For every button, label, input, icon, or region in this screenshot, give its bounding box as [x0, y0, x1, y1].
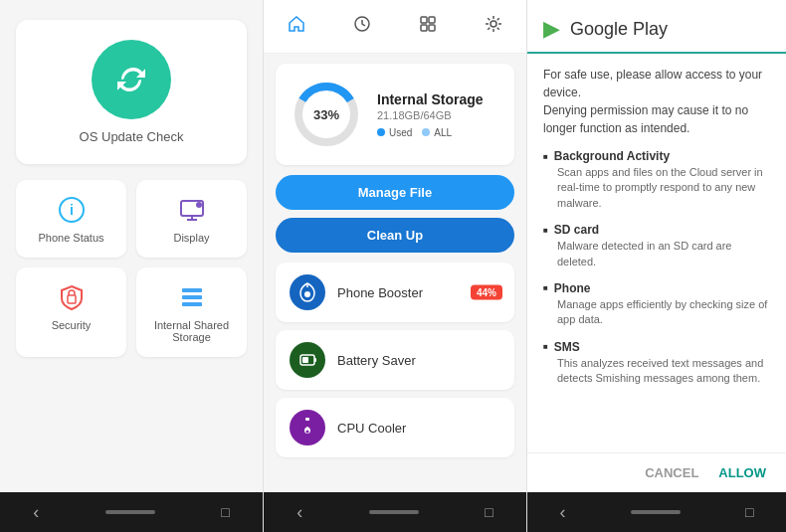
phone-status-icon: i [56, 194, 88, 226]
svg-point-23 [306, 431, 309, 434]
feature-battery-saver[interactable]: Battery Saver [276, 330, 514, 390]
svg-rect-21 [314, 358, 316, 362]
storage-donut: 33% [292, 80, 361, 149]
panel1-content: OS Update Check i Phone Status Display S… [0, 0, 263, 492]
svg-rect-13 [421, 25, 427, 31]
nav-bar-2: ‹ □ [264, 492, 526, 532]
svg-rect-7 [182, 288, 202, 292]
phone-booster-label: Phone Booster [337, 285, 423, 300]
feature-cpu-cooler[interactable]: CPU Cooler [276, 398, 514, 457]
svg-rect-22 [302, 357, 308, 363]
display-icon [176, 194, 208, 226]
os-update-icon-circle [92, 40, 171, 119]
os-update-label: OS Update Check [80, 129, 184, 144]
legend-used: Used [377, 127, 412, 138]
phone-status-label: Phone Status [38, 232, 103, 244]
storage-percent: 33% [313, 107, 339, 122]
recent-button-1[interactable]: □ [221, 504, 229, 520]
top-nav [264, 0, 526, 54]
battery-saver-icon [290, 342, 325, 378]
recent-button-3[interactable]: □ [745, 504, 753, 520]
perm-background-title: Background Activity [543, 149, 770, 163]
perm-sdcard-title: SD card [543, 223, 770, 237]
svg-point-15 [491, 21, 496, 27]
svg-rect-8 [182, 295, 202, 299]
battery-saver-label: Battery Saver [337, 353, 416, 368]
gplay-description: For safe use, please allow access to you… [527, 54, 786, 149]
panel-storage: 33% Internal Storage 21.18GB/64GB Used A… [264, 0, 527, 532]
google-play-logo: ▶ [543, 16, 560, 42]
cancel-button[interactable]: CANCEL [645, 465, 698, 480]
security-icon [56, 281, 88, 313]
nav-home-icon[interactable] [279, 10, 314, 43]
back-button-3[interactable]: ‹ [560, 502, 566, 523]
nav-settings-icon[interactable] [476, 10, 511, 43]
grid-item-security[interactable]: Security [16, 267, 126, 357]
grid-item-display[interactable]: Display [136, 180, 247, 258]
recent-button-2[interactable]: □ [485, 504, 492, 520]
nav-bar-1: ‹ □ [0, 492, 263, 532]
cpu-cooler-icon [290, 410, 325, 445]
storage-size: 21.18GB/64GB [377, 109, 484, 121]
nav-bar-3: ‹ □ [527, 492, 786, 532]
svg-rect-9 [182, 302, 202, 306]
perm-sms-desc: This analyzes received text messages and… [543, 356, 770, 387]
perm-phone: Phone Manage apps efficiently by checkin… [543, 281, 770, 328]
phone-booster-badge: 44% [471, 285, 502, 300]
manage-file-button[interactable]: Manage File [276, 175, 514, 210]
home-indicator-2[interactable] [369, 510, 419, 514]
grid-item-phone-status[interactable]: i Phone Status [16, 180, 126, 258]
storage-card: 33% Internal Storage 21.18GB/64GB Used A… [276, 64, 514, 165]
security-label: Security [52, 319, 92, 331]
storage-title: Internal Storage [377, 91, 484, 107]
perm-sms-title: SMS [543, 340, 770, 354]
perm-sd-card: SD card Malware detected in an SD card a… [543, 223, 770, 269]
svg-point-5 [196, 202, 202, 208]
storage-info: Internal Storage 21.18GB/64GB Used ALL [377, 91, 484, 138]
perm-sms: SMS This analyzes received text messages… [543, 340, 770, 387]
panel-os-update: OS Update Check i Phone Status Display S… [0, 0, 264, 532]
internal-storage-label: Internal Shared Storage [146, 319, 237, 343]
feature-phone-booster[interactable]: Phone Booster 44% [276, 263, 514, 322]
back-button-1[interactable]: ‹ [33, 502, 39, 523]
panel-google-play: ▶ Google Play For safe use, please allow… [527, 0, 786, 532]
legend-all: ALL [422, 127, 452, 138]
perm-phone-desc: Manage apps efficiently by checking size… [543, 297, 770, 328]
perm-background-activity: Background Activity Scan apps and files … [543, 149, 770, 211]
display-label: Display [173, 232, 209, 244]
phone-booster-icon [290, 274, 325, 310]
feature-list: Phone Booster 44% Battery Saver [264, 263, 526, 492]
svg-point-18 [304, 291, 310, 297]
svg-rect-24 [305, 418, 309, 421]
feature-grid: i Phone Status Display Security [16, 180, 247, 357]
perm-phone-title: Phone [543, 281, 770, 295]
legend-all-dot [422, 128, 430, 136]
nav-history-icon[interactable] [344, 10, 380, 43]
storage-legend: Used ALL [377, 127, 484, 138]
allow-button[interactable]: ALLOW [718, 465, 766, 480]
svg-rect-11 [421, 17, 427, 23]
google-play-title: Google Play [570, 19, 668, 40]
cpu-cooler-label: CPU Cooler [337, 421, 406, 436]
internal-storage-icon [176, 281, 208, 313]
perm-background-desc: Scan apps and files on the Cloud server … [543, 165, 770, 211]
back-button-2[interactable]: ‹ [296, 502, 302, 523]
home-indicator-3[interactable] [631, 510, 681, 514]
perm-sdcard-desc: Malware detected in an SD card are delet… [543, 239, 770, 269]
grid-item-internal-storage[interactable]: Internal Shared Storage [136, 267, 247, 357]
svg-text:i: i [70, 202, 74, 218]
nav-apps-icon[interactable] [410, 10, 446, 43]
os-update-card[interactable]: OS Update Check [16, 20, 247, 164]
gplay-header: ▶ Google Play [527, 0, 786, 54]
home-indicator-1[interactable] [105, 510, 155, 514]
clean-up-button[interactable]: Clean Up [276, 218, 514, 253]
permission-list: Background Activity Scan apps and files … [527, 149, 786, 452]
legend-used-dot [377, 128, 385, 136]
svg-rect-6 [68, 295, 76, 303]
svg-rect-14 [429, 25, 435, 31]
gplay-actions: CANCEL ALLOW [527, 452, 786, 492]
svg-rect-12 [429, 17, 435, 23]
